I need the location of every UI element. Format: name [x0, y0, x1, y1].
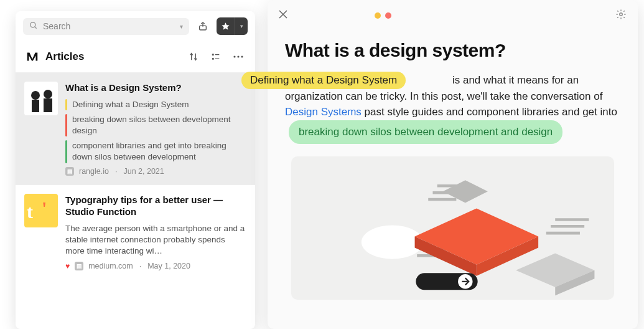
favorite-dropdown[interactable]: ▾	[235, 17, 248, 35]
article-source: rangle.io	[79, 167, 109, 176]
minimize-dot[interactable]	[375, 12, 381, 19]
svg-rect-12	[32, 100, 39, 112]
search-placeholder: Search	[43, 21, 70, 31]
medium-icon	[26, 50, 39, 64]
source-icon: ▤	[65, 167, 74, 176]
svg-point-0	[30, 22, 35, 27]
highlight-row: breaking down silos between development …	[65, 114, 245, 136]
article-list: What is a Design System? Defining what a…	[16, 72, 255, 279]
reader-titlebar	[268, 0, 638, 22]
settings-button[interactable]	[615, 9, 627, 22]
search-input[interactable]: Search ▾	[23, 18, 189, 35]
text-segment: past style guides and component librarie…	[362, 106, 617, 118]
svg-line-1	[35, 26, 37, 28]
list-item-body: Typography tips for a better user — Stud…	[65, 194, 245, 271]
svg-point-5	[212, 58, 213, 59]
reader-panel: What is a design system? Defining what a…	[268, 0, 638, 329]
article-paragraph: Defining what a Design System is and wha…	[285, 72, 620, 144]
more-button[interactable]	[230, 49, 246, 65]
list-item[interactable]: What is a Design System? Defining what a…	[16, 72, 255, 184]
article-title: What is a Design System?	[65, 82, 245, 94]
svg-point-11	[31, 91, 40, 100]
article-illustration	[291, 156, 614, 300]
svg-point-8	[237, 55, 239, 57]
highlight-row: component libraries and get into breakin…	[65, 140, 245, 163]
heart-icon: ♥	[65, 262, 70, 270]
search-icon	[29, 21, 38, 32]
article-meta: ▤ rangle.io Jun 2, 2021	[65, 167, 245, 176]
highlight-row: Defining what a Design System	[65, 99, 245, 110]
inline-link[interactable]: Design Systems	[285, 106, 362, 118]
highlight-yellow[interactable]: Defining what a Design System	[241, 72, 406, 89]
article-excerpt: The average person with a smartphone or …	[65, 223, 245, 257]
article-content: What is a design system? Defining what a…	[268, 22, 638, 300]
svg-point-7	[233, 55, 235, 57]
close-button[interactable]	[279, 10, 287, 21]
articles-panel: Search ▾ ▾ Articles	[16, 11, 255, 329]
svg-point-17	[620, 13, 623, 16]
article-date: May 1, 2020	[147, 262, 190, 270]
toolbar: Search ▾ ▾	[16, 11, 255, 40]
article-thumbnail	[24, 82, 58, 115]
section-header: Articles	[16, 40, 255, 72]
svg-point-3	[212, 54, 213, 55]
chevron-down-icon[interactable]: ▾	[180, 23, 183, 30]
svg-rect-14	[44, 98, 52, 112]
article-heading: What is a design system?	[285, 40, 620, 61]
section-title: Articles	[45, 50, 179, 63]
highlight-text: Defining what a Design System	[72, 99, 189, 110]
share-button[interactable]	[194, 17, 212, 35]
highlight-text: breaking down silos between development …	[72, 114, 245, 136]
svg-rect-10	[24, 82, 58, 115]
svg-point-13	[44, 90, 52, 98]
list-item-body: What is a Design System? Defining what a…	[65, 82, 245, 176]
source-icon: ▤	[75, 262, 83, 270]
article-title: Typography tips for a better user — Stud…	[65, 194, 245, 218]
close-dot[interactable]	[385, 12, 391, 19]
list-item[interactable]: t' Typography tips for a better user — S…	[16, 184, 255, 280]
article-source: medium.com	[88, 262, 133, 270]
layout-button[interactable]	[208, 49, 224, 65]
favorite-button-group: ▾	[217, 17, 248, 35]
highlight-green[interactable]: breaking down silos between development …	[289, 120, 562, 145]
article-thumbnail: t'	[24, 194, 58, 227]
article-date: Jun 2, 2021	[123, 167, 164, 176]
highlight-text: component libraries and get into breakin…	[72, 140, 245, 163]
favorite-button[interactable]	[217, 17, 235, 35]
svg-point-9	[241, 55, 243, 57]
article-meta: ♥ ▤ medium.com May 1, 2020	[65, 262, 245, 270]
traffic-lights	[375, 12, 391, 19]
sort-button[interactable]	[185, 49, 202, 65]
svg-point-29	[362, 225, 423, 259]
